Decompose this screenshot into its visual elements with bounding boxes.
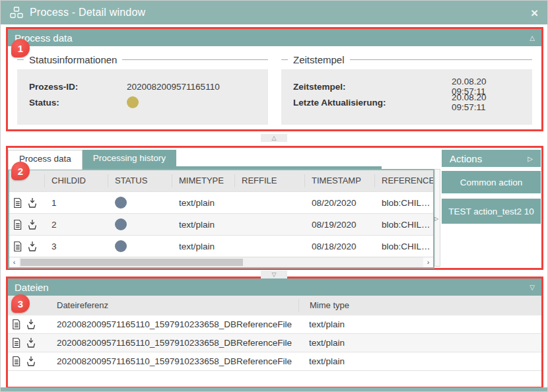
annotation-badge-1: 1 [11,39,30,57]
common-action-label: Common action [460,178,523,187]
file-mime-cell: text/plain [298,338,541,348]
tab-processing-history-label: Processing history [93,153,166,163]
timestamp-cell: 08/18/2020 [305,242,375,251]
file-row[interactable]: 2020082009571165110_1597910233658_DBRefe… [8,315,541,334]
download-icon[interactable] [27,241,38,252]
status-indicator-slate [115,218,127,230]
splitter-bottom: ▽ [1,271,547,278]
column-header-childid[interactable]: CHILDID [45,174,108,187]
files-section-header[interactable]: Dateien ▽ [8,278,541,296]
timestamp-body: Zeitstempel: 20.08.20 09:57:11 Letzte Ak… [281,69,532,125]
mimetype-cell: text/plain [172,242,235,251]
document-icon[interactable] [13,197,22,209]
status-indicator-slate [115,240,127,252]
expand-right-icon: ▷ [434,216,438,222]
letzte-aktualisierung-value: 20.08.20 09:57:11 [452,92,520,112]
actions-panel: Actions ▷ Common action TEST action_test… [442,150,541,224]
tab-processing-history[interactable]: Processing history [83,150,176,166]
childid-cell: 3 [45,242,108,251]
field-row: Prozess-ID: 2020082009571165110 [29,82,256,92]
process-detail-window: Process - Detail window × Process data △… [0,0,548,392]
prozess-id-value: 2020082009571165110 [127,82,256,92]
status-info-group: Statusinformationen Prozess-ID: 20200820… [17,54,268,125]
row-actions-cell [8,356,46,367]
download-icon[interactable] [26,337,36,348]
prozess-id-label: Prozess-ID: [29,82,127,92]
document-icon[interactable] [11,319,21,330]
status-indicator-slate [115,197,127,209]
common-action-button[interactable]: Common action [442,171,541,193]
scrollbar-track[interactable] [19,257,423,267]
scroll-right-icon[interactable]: › [423,257,433,267]
scrollbar-thumb[interactable] [20,259,243,266]
mimetype-cell: text/plain [172,220,235,230]
file-mime-cell: text/plain [298,356,541,366]
download-icon[interactable] [27,197,38,209]
process-data-section-header[interactable]: Process data △ [8,29,541,46]
reference-cell: blob:CHILD... [375,242,433,251]
legend-line [17,59,24,60]
column-header-reffile[interactable]: REFFILE [235,174,305,187]
annotation-badge-3: 3 [11,294,30,313]
download-icon[interactable] [27,219,38,230]
column-header-mimetype[interactable]: MIMETYPE [172,174,235,187]
collapse-up-icon[interactable]: △ [530,34,535,42]
file-reference-cell: 2020082009571165110_1597910233658_DBRefe… [46,319,298,329]
document-icon[interactable] [13,219,22,230]
files-section-title: Dateien [15,282,49,293]
mimetype-cell: text/plain [172,198,235,208]
document-icon[interactable] [11,356,21,367]
triangle-down-icon: ▽ [272,271,277,278]
timestamp-legend-row: Zeitstempel [281,54,532,65]
close-icon[interactable]: × [531,7,538,19]
legend-line [122,59,268,60]
status-indicator-gold [127,96,139,108]
triangle-up-icon: △ [272,135,277,141]
scroll-left-icon[interactable]: ‹ [9,257,19,267]
table-row[interactable]: 1 text/plain 08/20/2020 blob:CHILD... [9,191,433,213]
column-header-status[interactable]: STATUS [108,174,172,187]
column-header-dateireferenz[interactable]: Dateireferenz [46,299,298,312]
child-table-header: CHILDID STATUS MIMETYPE REFFILE TIMESTAM… [9,170,433,191]
actions-panel-expander[interactable]: ▷ [434,169,440,267]
field-row: Status: [29,96,256,108]
tab-bar: Process data Processing history [8,150,176,166]
row-actions-cell [8,337,46,348]
expand-right-icon[interactable]: ▷ [528,155,533,162]
field-row: Letzte Aktualisierung: 20.08.20 09:57:11 [293,92,520,112]
document-icon[interactable] [11,337,21,348]
splitter-collapse-handle[interactable]: △ [261,134,287,142]
legend-line [281,59,288,60]
download-icon[interactable] [26,319,36,330]
splitter-collapse-handle[interactable]: ▽ [261,271,287,278]
actions-header[interactable]: Actions ▷ [442,150,541,167]
file-row[interactable]: 2020082009571165110_1597910233658_DBRefe… [8,352,541,371]
window-title: Process - Detail window [30,7,145,18]
download-icon[interactable] [26,356,36,367]
status-info-body: Prozess-ID: 2020082009571165110 Status: [17,69,268,125]
file-reference-cell: 2020082009571165110_1597910233658_DBRefe… [46,338,298,348]
actions-title: Actions [450,153,482,164]
timestamp-cell: 08/20/2020 [305,198,375,208]
reference-cell: blob:CHILD... [375,220,433,230]
column-header-reference[interactable]: REFERENCE [375,174,433,187]
collapse-down-icon[interactable]: ▽ [530,284,535,291]
reference-cell: blob:CHILD... [375,198,433,208]
test-action-button[interactable]: TEST action_test2 10 [442,199,541,224]
column-header-mimetype[interactable]: Mime type [298,299,541,312]
file-row[interactable]: 2020082009571165110_1597910233658_DBRefe… [8,334,541,352]
childid-cell: 2 [45,220,108,230]
status-info-legend-row: Statusinformationen [17,54,268,65]
row-actions-cell [8,319,46,330]
document-icon[interactable] [13,241,22,252]
table-row[interactable]: 3 text/plain 08/18/2020 blob:CHILD... [9,235,433,257]
row-actions-cell [9,241,45,252]
file-reference-cell: 2020082009571165110_1597910233658_DBRefe… [46,356,298,366]
process-icon [10,7,23,18]
row-actions-cell [9,197,45,209]
table-row[interactable]: 2 text/plain 08/19/2020 blob:CHILD... [9,213,433,235]
column-header-timestamp[interactable]: TIMESTAMP [305,174,375,187]
annotation-badge-2: 2 [11,162,30,180]
horizontal-scrollbar: ‹ › [9,257,433,267]
files-table-header: Dateireferenz Mime type [8,296,541,315]
